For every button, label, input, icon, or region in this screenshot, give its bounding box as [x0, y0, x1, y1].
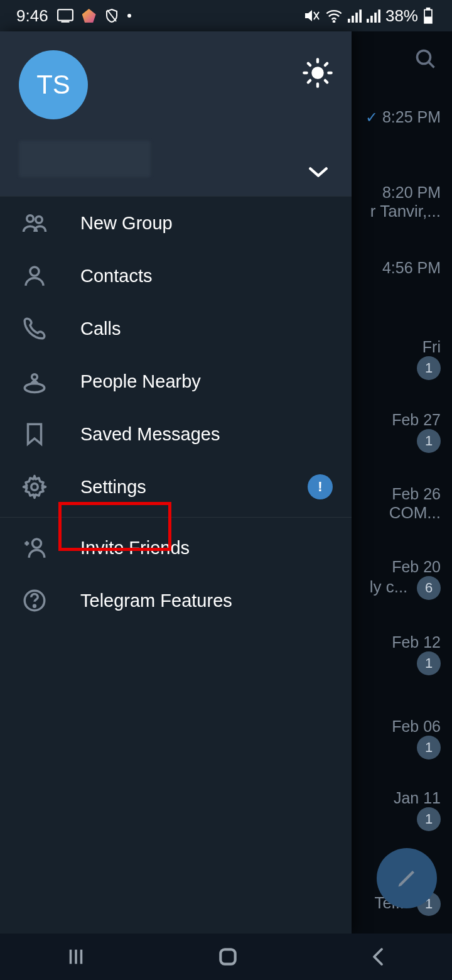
menu-label: Saved Messages — [80, 424, 220, 445]
cast-icon — [57, 9, 73, 23]
chat-row[interactable]: Feb 26 COM... — [340, 485, 441, 523]
compose-fab[interactable] — [377, 848, 437, 908]
chat-row[interactable]: 4:56 PM — [340, 259, 441, 277]
help-icon — [21, 587, 48, 614]
nav-home-button[interactable] — [215, 944, 240, 969]
profile-avatar[interactable]: TS — [19, 50, 88, 119]
bookmark-icon — [21, 421, 48, 447]
phone-icon — [21, 315, 48, 342]
svg-rect-7 — [352, 16, 354, 23]
svg-rect-12 — [374, 13, 377, 23]
nav-recents-button[interactable] — [64, 946, 88, 967]
svg-rect-8 — [355, 13, 358, 23]
chat-preview: COM... — [389, 503, 441, 522]
pencil-icon — [396, 867, 418, 890]
menu-item-telegram-features[interactable]: Telegram Features — [0, 574, 352, 627]
menu-item-new-group[interactable]: New Group — [0, 197, 352, 249]
svg-point-38 — [34, 605, 36, 607]
chat-time: Jan 11 — [394, 789, 441, 807]
account-name-redacted — [19, 141, 151, 177]
chat-preview: r Tanvir,... — [370, 202, 441, 220]
settings-alert-badge: ! — [308, 474, 333, 499]
chat-time: Fri — [422, 338, 441, 356]
status-bar: 9:46 38% — [0, 0, 452, 31]
chevron-down-icon — [308, 166, 329, 178]
chat-row[interactable]: Feb 12 1 — [340, 633, 441, 675]
sun-icon — [301, 57, 334, 89]
svg-point-29 — [36, 217, 43, 224]
account-switcher-button[interactable] — [308, 166, 329, 178]
signal-icon-2 — [367, 9, 380, 23]
svg-rect-9 — [359, 9, 362, 23]
unread-badge: 1 — [417, 807, 441, 831]
nav-drawer: TS New Group Contacts — [0, 31, 352, 934]
chat-time: Feb 06 — [392, 717, 441, 735]
svg-rect-16 — [425, 17, 431, 22]
svg-point-17 — [417, 51, 431, 64]
check-icon: ✓ — [365, 109, 378, 126]
svg-point-5 — [333, 21, 335, 22]
menu-item-calls[interactable]: Calls — [0, 302, 352, 355]
chat-list-dimmed: ✓ 8:25 PM 8:20 PM r Tanvir,... 4:56 PM F… — [352, 31, 452, 934]
unread-badge: 1 — [417, 356, 441, 380]
status-right: 38% — [304, 6, 433, 26]
drawer-menu: New Group Contacts Calls People Nearby S — [0, 196, 352, 934]
svg-point-28 — [27, 215, 34, 222]
chat-row[interactable]: 8:20 PM r Tanvir,... — [340, 183, 441, 221]
menu-label: Calls — [80, 318, 121, 339]
chat-row[interactable]: Fri 1 — [340, 338, 441, 380]
menu-label: New Group — [80, 213, 173, 234]
menu-divider — [0, 517, 352, 518]
chat-time: Feb 26 — [392, 485, 441, 503]
recents-icon — [64, 946, 88, 967]
svg-point-33 — [31, 484, 38, 491]
group-icon — [21, 210, 48, 236]
app-badge-icon — [82, 9, 96, 23]
svg-line-25 — [325, 80, 327, 82]
unread-badge: 1 — [417, 429, 441, 453]
menu-item-saved-messages[interactable]: Saved Messages — [0, 408, 352, 460]
unread-badge: 1 — [417, 736, 441, 760]
svg-line-24 — [308, 63, 310, 65]
menu-label: People Nearby — [80, 371, 201, 392]
person-icon — [21, 263, 48, 289]
svg-point-19 — [311, 67, 324, 79]
svg-point-30 — [30, 267, 39, 276]
svg-point-31 — [24, 384, 45, 393]
nav-back-button[interactable] — [368, 945, 388, 968]
battery-percent: 38% — [385, 6, 418, 26]
menu-item-settings[interactable]: Settings ! — [0, 460, 352, 513]
drawer-header: TS — [0, 31, 352, 196]
chat-row[interactable]: Feb 27 1 — [340, 411, 441, 453]
theme-toggle-button[interactable] — [301, 57, 334, 89]
chat-row[interactable]: Feb 06 1 — [340, 717, 441, 760]
chat-time: Feb 20 — [392, 558, 441, 575]
chat-preview: ly c... — [370, 577, 408, 596]
menu-item-invite-friends[interactable]: Invite Friends — [0, 521, 352, 574]
mute-vibrate-icon — [304, 8, 320, 23]
dot-icon — [127, 14, 131, 18]
chat-time: 8:25 PM — [382, 108, 441, 126]
home-icon — [215, 944, 240, 969]
svg-rect-42 — [220, 949, 235, 964]
unread-badge: 1 — [417, 651, 441, 675]
menu-label: Telegram Features — [80, 591, 232, 611]
person-add-icon — [21, 535, 48, 561]
chat-row[interactable]: Jan 11 1 — [340, 789, 441, 831]
status-left: 9:46 — [16, 6, 131, 26]
svg-rect-13 — [378, 9, 380, 23]
svg-point-34 — [33, 539, 41, 548]
menu-label: Contacts — [80, 266, 152, 286]
menu-item-contacts[interactable]: Contacts — [0, 249, 352, 302]
battery-icon — [423, 8, 433, 24]
unread-badge: 6 — [417, 576, 441, 600]
chat-row[interactable]: Feb 20 ly c... 6 — [340, 558, 441, 600]
back-icon — [368, 945, 388, 968]
chat-time: 8:20 PM — [382, 183, 441, 201]
signal-icon-1 — [348, 9, 362, 23]
chat-row[interactable]: ✓ 8:25 PM — [340, 108, 441, 126]
search-button[interactable] — [414, 48, 437, 70]
svg-line-18 — [429, 62, 434, 68]
menu-item-people-nearby[interactable]: People Nearby — [0, 355, 352, 408]
shield-off-icon — [105, 8, 119, 23]
